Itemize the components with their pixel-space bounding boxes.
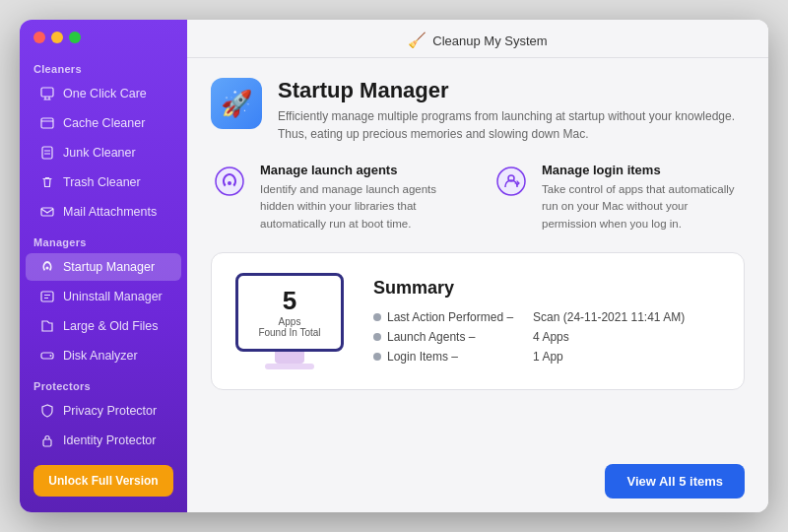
topbar-title: Cleanup My System xyxy=(432,33,547,48)
files-icon xyxy=(39,318,55,334)
close-button[interactable] xyxy=(33,32,45,43)
summary-values-col: Scan (24-11-2021 11:41 AM) 4 Apps 1 App xyxy=(533,310,685,364)
svg-rect-9 xyxy=(41,208,53,216)
svg-rect-11 xyxy=(41,292,53,301)
hero-section: 🚀 Startup Manager Efficiently manage mul… xyxy=(211,78,745,143)
feature-launch-agents-text: Manage launch agents Identify and manage… xyxy=(260,163,463,233)
cache-icon xyxy=(39,115,55,131)
summary-labels-col: Last Action Performed – Launch Agents – … xyxy=(373,310,513,364)
startup-icon xyxy=(39,259,55,275)
minimize-button[interactable] xyxy=(51,32,63,43)
page-title: Startup Manager xyxy=(278,78,745,103)
svg-rect-4 xyxy=(41,118,53,128)
summary-rows: Last Action Performed – Launch Agents – … xyxy=(373,310,685,364)
lock-icon xyxy=(39,432,55,448)
protectors-section-label: Protectors xyxy=(20,370,187,396)
summary-row-action: Last Action Performed – xyxy=(373,310,513,324)
summary-info: Summary Last Action Performed – Launch A… xyxy=(373,278,685,364)
apps-count: 5 xyxy=(283,286,296,316)
hero-text: Startup Manager Efficiently manage multi… xyxy=(278,78,745,143)
sidebar-item-label: Large & Old Files xyxy=(63,319,159,333)
sidebar-item-label: Junk Cleaner xyxy=(63,146,136,160)
login-items-icon xyxy=(492,163,530,200)
disk-icon xyxy=(39,348,55,364)
sidebar-item-one-click-care[interactable]: One Click Care xyxy=(26,80,181,107)
hero-icon: 🚀 xyxy=(211,78,262,129)
trash-icon xyxy=(39,174,55,190)
apps-sublabel: Found In Total xyxy=(258,327,320,338)
sidebar-item-privacy-protector[interactable]: Privacy Protector xyxy=(26,397,181,425)
unlock-full-version-button[interactable]: Unlock Full Version xyxy=(33,465,173,497)
feature-login-items-desc: Take control of apps that automatically … xyxy=(542,181,745,233)
value-login: 1 App xyxy=(533,350,563,364)
dot-icon xyxy=(373,333,381,341)
sidebar-item-identity-protector[interactable]: Identity Protector xyxy=(26,427,181,454)
traffic-lights xyxy=(20,20,187,53)
svg-rect-6 xyxy=(42,147,52,159)
managers-section-label: Managers xyxy=(20,227,187,252)
hero-description: Efficiently manage multiple programs fro… xyxy=(278,107,745,143)
feature-login-items-text: Manage login items Take control of apps … xyxy=(542,163,745,233)
svg-point-18 xyxy=(228,181,231,185)
feature-login-items-title: Manage login items xyxy=(542,163,745,177)
summary-label-launch: Launch Agents – xyxy=(387,330,475,344)
svg-point-15 xyxy=(50,355,52,357)
monitor-graphic: 5 Apps Found In Total xyxy=(235,273,344,369)
sidebar-item-uninstall-manager[interactable]: Uninstall Manager xyxy=(26,283,181,310)
sidebar-item-label: Mail Attachments xyxy=(63,205,157,219)
sidebar-item-label: Cache Cleaner xyxy=(63,116,145,130)
monitor-base xyxy=(265,364,314,369)
maximize-button[interactable] xyxy=(69,32,81,43)
sidebar-item-label: One Click Care xyxy=(63,87,147,100)
shield-icon xyxy=(39,403,55,419)
features-row: Manage launch agents Identify and manage… xyxy=(211,163,745,233)
topbar-icon: 🧹 xyxy=(408,32,427,49)
summary-value-action: Scan (24-11-2021 11:41 AM) xyxy=(533,310,685,324)
main-content: 🧹 Cleanup My System 🚀 Startup Manager Ef… xyxy=(187,20,768,512)
sidebar-item-label: Identity Protector xyxy=(63,433,157,447)
sidebar-item-label: Uninstall Manager xyxy=(63,290,163,303)
apps-label: Apps xyxy=(279,316,301,327)
dot-icon xyxy=(373,313,381,321)
feature-login-items: Manage login items Take control of apps … xyxy=(492,163,745,233)
sidebar-item-disk-analyzer[interactable]: Disk Analyzer xyxy=(26,342,181,369)
svg-rect-16 xyxy=(43,439,51,446)
sidebar-item-large-old-files[interactable]: Large & Old Files xyxy=(26,312,181,340)
uninstall-icon xyxy=(39,289,55,304)
sidebar: Cleaners One Click Care Cache Cleaner xyxy=(20,20,187,512)
value-launch: 4 Apps xyxy=(533,330,569,344)
sidebar-item-label: Trash Cleaner xyxy=(63,175,141,189)
summary-value-login: 1 App xyxy=(533,350,685,364)
summary-card: 5 Apps Found In Total Summary Last Actio… xyxy=(211,252,745,390)
svg-point-10 xyxy=(46,267,49,270)
topbar: 🧹 Cleanup My System xyxy=(187,20,768,58)
summary-row-launch: Launch Agents – xyxy=(373,330,513,344)
sidebar-item-label: Privacy Protector xyxy=(63,404,157,418)
mail-icon xyxy=(39,204,55,220)
sidebar-item-trash-cleaner[interactable]: Trash Cleaner xyxy=(26,168,181,196)
sidebar-item-label: Startup Manager xyxy=(63,260,155,274)
dot-icon xyxy=(373,353,381,361)
feature-launch-agents-title: Manage launch agents xyxy=(260,163,463,177)
sidebar-item-label: Disk Analyzer xyxy=(63,349,138,363)
sidebar-item-mail-attachments[interactable]: Mail Attachments xyxy=(26,198,181,226)
sidebar-item-startup-manager[interactable]: Startup Manager xyxy=(26,253,181,281)
summary-label-login: Login Items – xyxy=(387,350,458,364)
launch-agents-icon xyxy=(211,163,248,200)
app-window: Cleaners One Click Care Cache Cleaner xyxy=(20,20,768,512)
view-all-button[interactable]: View All 5 items xyxy=(605,464,745,499)
feature-launch-agents: Manage launch agents Identify and manage… xyxy=(211,163,463,233)
summary-value-launch: 4 Apps xyxy=(533,330,685,344)
monitor-screen: 5 Apps Found In Total xyxy=(235,273,344,352)
sidebar-item-junk-cleaner[interactable]: Junk Cleaner xyxy=(26,139,181,166)
feature-launch-agents-desc: Identify and manage launch agents hidden… xyxy=(260,181,463,233)
value-action: Scan (24-11-2021 11:41 AM) xyxy=(533,310,685,324)
summary-label-action: Last Action Performed – xyxy=(387,310,513,324)
monitor-stand xyxy=(275,352,304,364)
summary-heading: Summary xyxy=(373,278,685,299)
sidebar-item-cache-cleaner[interactable]: Cache Cleaner xyxy=(26,109,181,137)
cleaners-section-label: Cleaners xyxy=(20,53,187,79)
svg-rect-0 xyxy=(41,88,53,97)
bottom-bar: View All 5 items xyxy=(187,454,768,512)
summary-row-login: Login Items – xyxy=(373,350,513,364)
